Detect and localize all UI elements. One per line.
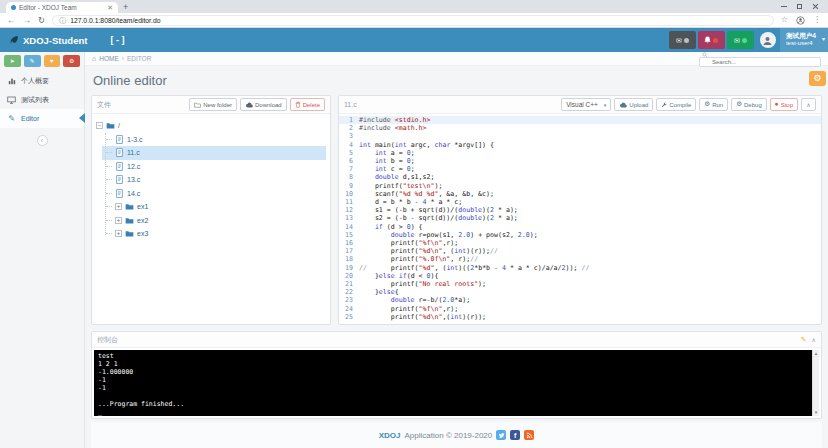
code-line: 17 printf("%d\n", (int)(r));//: [339, 247, 821, 255]
send-action-button[interactable]: ➤: [4, 55, 21, 67]
code-line: 3: [339, 132, 821, 140]
terminal-output: test 1 2 1 -1.000000 -1 -1 ...Program fi…: [94, 350, 819, 416]
user-menu[interactable]: 测试用户4 test-user4 ▾: [780, 28, 828, 52]
editor-collapse-button[interactable]: ∧: [801, 98, 816, 111]
scroll-down-icon[interactable]: ▼: [814, 410, 818, 415]
tab-title: Editor - XDOJ Team: [19, 4, 104, 11]
settings-fab-button[interactable]: ⚙: [809, 71, 826, 86]
debug-button[interactable]: ⚙ Debug: [731, 98, 767, 111]
tasks-button[interactable]: ✉: [727, 31, 754, 49]
tab-close-icon[interactable]: ✕: [107, 4, 113, 12]
back-icon[interactable]: ←: [7, 16, 16, 25]
sidebar-item-editor[interactable]: ✎ Editor: [0, 109, 84, 128]
code-line: 18 printf("%.0f\n", r);//: [339, 255, 821, 263]
sidebar-collapse-button[interactable]: ‹: [37, 135, 48, 146]
collapse-expander-icon[interactable]: −: [96, 122, 103, 129]
code-editor[interactable]: 1#include <stdio.h>2#include <math.h>3 4…: [339, 114, 821, 324]
code-text: // printf("%d", (int)((2*b*b - 4 * a * c…: [359, 264, 589, 272]
code-line: 12 s1 = (-b + sqrt(d))/(double)(2 * a);: [339, 206, 821, 214]
page-info-icon[interactable]: ⓘ: [59, 17, 66, 24]
expand-expander-icon[interactable]: +: [115, 203, 122, 210]
user-avatar[interactable]: [760, 32, 776, 48]
terminal[interactable]: test 1 2 1 -1.000000 -1 -1 ...Program fi…: [94, 350, 819, 416]
wrench-icon: [661, 102, 667, 108]
upload-button[interactable]: Upload: [614, 98, 653, 111]
file-icon: [115, 135, 124, 144]
code-line: 5 int a = 0;: [339, 149, 821, 157]
messages-button[interactable]: ✉: [669, 31, 696, 49]
sidebar-item-label: 个人概要: [21, 76, 49, 86]
twitter-icon[interactable]: [496, 430, 506, 440]
tree-item-folder[interactable]: +ex3: [102, 227, 326, 241]
tree-item-file[interactable]: 12.c: [102, 160, 326, 174]
profile-icon[interactable]: [796, 11, 805, 29]
rss-icon[interactable]: [524, 430, 534, 440]
search-input[interactable]: [699, 57, 821, 67]
line-number: 25: [339, 313, 359, 321]
favorite-action-button[interactable]: ♥: [44, 55, 61, 67]
settings-action-button[interactable]: ⚙: [63, 55, 80, 67]
folder-icon: [194, 102, 201, 108]
line-number: 4: [339, 141, 359, 149]
language-select[interactable]: Visual C++ ▾: [561, 98, 611, 111]
tree-item-file[interactable]: 11.c: [102, 146, 326, 160]
tree-item-folder[interactable]: +ex2: [102, 214, 326, 228]
sidebar-item-testlist[interactable]: 测试列表: [0, 90, 84, 109]
download-button[interactable]: Download: [240, 98, 287, 111]
code-text: }else{: [359, 288, 399, 296]
notifications-button[interactable]: [698, 31, 725, 49]
address-bar[interactable]: ⓘ 127.0.0.1:8080/team/editor.do: [52, 15, 774, 26]
scroll-up-icon[interactable]: ▲: [814, 351, 818, 356]
bar-chart-icon: [7, 77, 16, 85]
terminal-scrollbar[interactable]: ▲ ▼: [812, 350, 819, 416]
compile-button[interactable]: Compile: [656, 98, 696, 111]
edit-console-icon[interactable]: ✎: [801, 336, 807, 344]
window-close-button[interactable]: [812, 3, 819, 10]
breadcrumb-home[interactable]: HOME: [99, 55, 119, 62]
tree-root[interactable]: −/: [96, 119, 326, 133]
bookmark-star-icon[interactable]: ☆: [781, 16, 788, 24]
browser-tab[interactable]: Editor - XDOJ Team ✕: [6, 2, 118, 13]
facebook-icon[interactable]: f: [510, 430, 520, 440]
cloud-download-icon: [245, 102, 253, 108]
folder-icon: [106, 121, 115, 130]
tree-item-label: ex1: [137, 203, 148, 210]
console-collapse-icon[interactable]: ∧: [812, 336, 816, 343]
tree-item-folder[interactable]: +ex1: [102, 200, 326, 214]
new-folder-button[interactable]: New folder: [189, 98, 237, 111]
footer: XDOJ Application © 2019-2020 f: [91, 422, 822, 448]
sidebar-item-profile[interactable]: 个人概要: [0, 71, 84, 90]
browser-menu-icon[interactable]: ⋮: [813, 16, 821, 24]
code-line: 19// printf("%d", (int)((2*b*b - 4 * a *…: [339, 264, 821, 272]
run-button[interactable]: ⚙ Run: [699, 98, 728, 111]
breadcrumb-current: EDITOR: [127, 55, 151, 62]
file-tree[interactable]: −/1-3.c11.c12.c13.c14.c+ex1+ex2+ex3: [92, 114, 330, 324]
code-text: }else if(d < 0){: [359, 272, 438, 280]
line-number: 23: [339, 296, 359, 304]
code-text: printf("%d\n", (int)(r));//: [359, 247, 498, 255]
expand-expander-icon[interactable]: +: [115, 217, 122, 224]
line-number: 12: [339, 206, 359, 214]
forward-icon[interactable]: →: [23, 16, 32, 25]
delete-button[interactable]: Delete: [290, 98, 325, 111]
code-text: printf("%f\n",r);: [359, 305, 458, 313]
brand-link[interactable]: XDOJ-Student: [0, 35, 96, 46]
tree-item-file[interactable]: 13.c: [102, 173, 326, 187]
window-minimize-button[interactable]: [781, 6, 787, 7]
tree-item-file[interactable]: 1-3.c: [102, 133, 326, 147]
user-name: 测试用户4: [786, 32, 816, 40]
new-tab-button[interactable]: +: [123, 2, 128, 12]
line-number: 15: [339, 231, 359, 239]
reload-icon[interactable]: ↻: [38, 16, 45, 25]
stop-icon: ●: [775, 101, 779, 108]
stop-button[interactable]: ● Stop: [770, 98, 798, 111]
code-line: 2#include <math.h>: [339, 124, 821, 132]
line-number: 18: [339, 255, 359, 263]
expand-expander-icon[interactable]: +: [115, 230, 122, 237]
tree-guide: [106, 152, 112, 153]
tree-item-file[interactable]: 14.c: [102, 187, 326, 201]
footer-text: Application © 2019-2020: [405, 431, 493, 440]
window-maximize-button[interactable]: [797, 4, 802, 9]
code-text: s1 = (-b + sqrt(d))/(double)(2 * a);: [359, 206, 518, 214]
edit-action-button[interactable]: ✎: [24, 55, 41, 67]
